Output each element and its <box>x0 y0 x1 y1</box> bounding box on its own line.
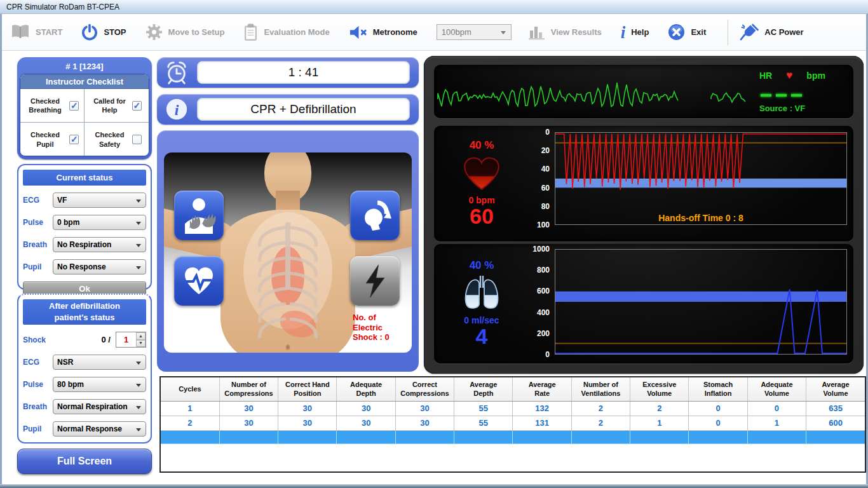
move-to-setup-button[interactable]: Move to Setup <box>146 24 225 41</box>
exit-icon <box>668 24 685 41</box>
timer-display: 1 : 41 <box>197 61 410 84</box>
after-ecg-select[interactable]: NSR <box>53 355 146 370</box>
compression-count: 60 <box>470 205 494 228</box>
checkbox-checked-pupil[interactable]: Checked Pupil <box>20 123 85 156</box>
table-cell <box>689 430 747 444</box>
column-header: Number of Ventilations <box>571 377 630 401</box>
column-header: Excessive Volume <box>630 377 689 401</box>
checkbox-checked-safety[interactable]: Checked Safety <box>85 123 149 156</box>
after-pupil-select[interactable]: Normal Response <box>53 421 146 437</box>
checkbox-label: Checked Breathing <box>25 97 65 115</box>
pupil-label: Pupil <box>23 424 53 433</box>
heart-gauge-icon <box>461 154 503 192</box>
stop-button[interactable]: STOP <box>81 24 126 41</box>
checkbox-icon[interactable] <box>132 135 142 144</box>
ecg-label: ECG <box>23 358 53 367</box>
ecg-select-value: VF <box>57 196 67 205</box>
ventilation-percent: 40 % <box>470 259 494 272</box>
after-defibrillation-panel: After defibrillation patient's status Sh… <box>17 294 152 444</box>
table-cell: 2 <box>571 401 630 416</box>
y-tick-label: 40 <box>541 165 550 173</box>
mode-display: CPR + Defibrillation <box>197 98 410 121</box>
column-header: Correct Compressions <box>395 377 454 401</box>
view-results-button[interactable]: View Results <box>528 24 602 40</box>
y-tick-label: 60 <box>541 184 550 193</box>
timer-bar: 1 : 41 <box>157 57 419 88</box>
checkbox-checked-breathing[interactable]: Checked Breathing <box>20 89 85 123</box>
current-status-panel: Current status ECGVF Pulse0 bpm BreathNo… <box>17 164 152 290</box>
lightning-icon <box>357 263 393 299</box>
ac-power-label: AC Power <box>764 27 803 37</box>
open-airway-icon <box>356 196 394 234</box>
shock-spinner[interactable]: 1 ▲ ▼ <box>116 332 146 348</box>
gear-icon <box>146 24 163 41</box>
results-table-panel: CyclesNumber of CompressionsCorrect Hand… <box>159 376 866 473</box>
table-cell: 30 <box>337 416 395 430</box>
bpm-select[interactable]: 100bpm <box>437 24 512 40</box>
table-cell: 55 <box>454 401 513 416</box>
table-row[interactable]: 130303030551322200635 <box>161 401 865 416</box>
plug-icon <box>740 24 759 41</box>
breath-select-value: No Respiration <box>57 240 111 249</box>
ventilation-chart <box>555 249 847 355</box>
hr-value-dashes <box>761 94 802 97</box>
column-header: Correct Hand Position <box>278 377 337 401</box>
check-response-icon <box>179 196 219 235</box>
compression-chart: Hands-off Time 0 : 8 <box>555 132 847 225</box>
pulse-label: Pulse <box>23 218 53 227</box>
after-breath-select[interactable]: Normal Respiration <box>53 399 146 414</box>
y-tick-label: 1000 <box>532 245 550 254</box>
table-cell: 2 <box>630 401 689 416</box>
after-pupil-select-value: Normal Response <box>57 424 122 433</box>
table-cell: 2 <box>161 416 219 430</box>
spinner-down-button[interactable]: ▼ <box>136 340 146 348</box>
pulse-select[interactable]: 0 bpm <box>53 215 146 230</box>
open-airway-button[interactable] <box>350 191 400 240</box>
checkbox-icon[interactable] <box>132 101 142 111</box>
start-button[interactable]: START <box>11 24 62 40</box>
shock-label: Shock <box>23 336 53 344</box>
toolbar: START STOP Move to Setup Evaluation Mode… <box>2 14 866 51</box>
evaluation-mode-button[interactable]: Evaluation Mode <box>243 24 329 41</box>
column-header: Average Volume <box>806 377 865 401</box>
ecg-select[interactable]: VF <box>53 193 146 208</box>
info-icon: i <box>621 26 626 39</box>
breath-select[interactable]: No Respiration <box>53 237 146 252</box>
checkbox-called-for-help[interactable]: Called for Help <box>85 89 149 123</box>
y-tick-label: 800 <box>537 266 550 274</box>
after-pulse-select[interactable]: 80 bpm <box>53 377 146 392</box>
checkbox-label: Checked Safety <box>92 130 128 149</box>
y-tick-label: 0 <box>545 350 550 359</box>
shock-current: 0 / <box>102 335 116 344</box>
table-cell: 132 <box>513 401 571 416</box>
ac-power-button[interactable]: AC Power <box>740 24 803 41</box>
table-cell: 30 <box>395 401 454 416</box>
move-to-setup-label: Move to Setup <box>168 27 225 37</box>
hr-label: HR <box>759 71 772 81</box>
compression-y-axis: 020406080100 <box>527 132 552 225</box>
spinner-up-button[interactable]: ▲ <box>136 332 146 340</box>
defibrillation-button[interactable] <box>350 256 400 306</box>
full-screen-button[interactable]: Full Screen <box>17 449 152 474</box>
y-tick-label: 200 <box>537 329 550 338</box>
checkbox-icon[interactable] <box>69 135 79 144</box>
checklist-grid: Checked Breathing Called for Help Checke… <box>20 89 149 156</box>
ecg-label: ECG <box>23 196 53 205</box>
column-header: Cycles <box>161 377 219 401</box>
table-cell <box>630 430 689 444</box>
checkbox-icon[interactable] <box>69 101 79 111</box>
selected-empty-row[interactable] <box>161 430 865 444</box>
patient-panel: No. of Electric Shock : 0 <box>157 130 419 372</box>
table-cell: 30 <box>219 416 278 430</box>
exit-label: Exit <box>691 27 706 37</box>
exit-button[interactable]: Exit <box>668 24 706 41</box>
check-response-button[interactable] <box>174 191 224 240</box>
help-button[interactable]: i Help <box>621 26 649 39</box>
table-cell: 30 <box>278 416 337 430</box>
metronome-button[interactable]: Metronome <box>349 25 417 40</box>
compression-button[interactable] <box>174 256 224 306</box>
table-row[interactable]: 230303030551312101600 <box>161 416 865 430</box>
pupil-select[interactable]: No Response <box>53 259 146 274</box>
table-cell <box>513 430 571 444</box>
bpm-select-value: 100bpm <box>442 27 471 37</box>
